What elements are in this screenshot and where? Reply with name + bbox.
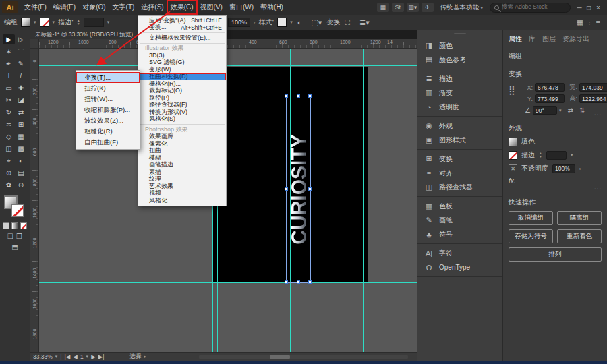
tool-icon[interactable]: ⊙ [15, 180, 27, 190]
effects-menu-item[interactable]: 文档栅格效果设置(E)... [138, 34, 226, 42]
dock-panel-字符[interactable]: A|字符 [417, 246, 502, 260]
workspace-switcher[interactable]: 传统基本功能 ▾ [438, 2, 486, 13]
status-menu-icon[interactable]: ▸ [144, 354, 146, 359]
menu-item-4[interactable]: 文字(T) [109, 1, 138, 14]
rotation-angle-field[interactable]: 90° [533, 106, 557, 115]
tool-icon[interactable]: ◇ [3, 131, 15, 142]
selection-handle[interactable] [297, 280, 300, 284]
selection-handle[interactable] [297, 94, 300, 98]
chevron-down-icon[interactable]: ▾ [107, 20, 110, 25]
tool-icon[interactable]: ≍ [3, 119, 15, 129]
app-grid-icon[interactable]: ▦ [377, 3, 389, 12]
selection-handle[interactable] [308, 187, 312, 191]
effects-menu-item[interactable]: 风格化(S) [138, 116, 226, 123]
share-icon[interactable]: ✈ [422, 3, 434, 12]
submenu-item[interactable]: 扭拧(K)... [76, 83, 140, 94]
draw-mode-icon[interactable]: ❏ [7, 233, 13, 240]
fx-button[interactable]: fx. [509, 177, 516, 185]
dock-panel-图形样式[interactable]: ▣图形样式 [417, 133, 502, 147]
document-tab[interactable]: 未标题-1* @ 33.33% (RGB/GPU 预览) × [30, 30, 145, 39]
guide-horizontal[interactable] [39, 179, 417, 179]
stroke-weight-field[interactable] [546, 151, 567, 160]
none-button[interactable] [20, 222, 27, 229]
color-button[interactable] [3, 222, 9, 229]
close-button[interactable]: × [594, 4, 603, 11]
maximize-button[interactable]: □ [584, 4, 594, 11]
y-field[interactable]: 773.499 [535, 94, 565, 103]
chevron-down-icon[interactable]: ▾ [53, 20, 55, 25]
flip-horizontal-icon[interactable]: ⇄ [567, 107, 573, 114]
menu-item-7[interactable]: 视图(V) [197, 1, 226, 14]
submenu-item[interactable]: 粗糙化(R)... [76, 126, 140, 137]
more-options-icon[interactable]: ... [594, 183, 602, 191]
dock-panel-描边[interactable]: ≣描边 [417, 71, 502, 86]
menu-item-6[interactable]: 效果(C) [167, 1, 197, 14]
stroke-swatch[interactable] [40, 18, 49, 27]
stroke-weight-stepper[interactable]: ▲▼ [539, 152, 542, 158]
submenu-item[interactable]: 波纹效果(Z)... [76, 115, 140, 126]
dock-panel-渐变[interactable]: ▥渐变 [417, 86, 502, 100]
submenu-item[interactable]: 收缩和膨胀(P)... [76, 104, 140, 115]
selection-handle[interactable] [285, 187, 288, 191]
app-logo[interactable]: Ai [2, 1, 18, 13]
document-setup-icon[interactable]: ◐ [296, 18, 304, 27]
selection-bounding-box[interactable] [286, 96, 311, 283]
tool-icon[interactable]: ▶ [3, 34, 15, 44]
opacity-value[interactable]: 100% [228, 18, 250, 27]
menu-item-8[interactable]: 窗口(W) [226, 1, 257, 14]
tab-资源导出[interactable]: 资源导出 [562, 34, 589, 44]
guide-horizontal[interactable] [39, 289, 417, 289]
dock-panel-变换[interactable]: ⊞变换 [417, 152, 502, 166]
menu-item-1[interactable]: 文件(F) [21, 1, 50, 14]
stroke-weight-stepper[interactable]: ▲▼ [77, 19, 80, 26]
重新着色-button[interactable]: 重新着色 [557, 229, 602, 243]
panel-menu-icon[interactable]: ≡ [596, 18, 600, 27]
tool-icon[interactable]: ◫ [3, 144, 15, 154]
stroke-weight-value[interactable] [84, 18, 104, 27]
隔离组-button[interactable]: 隔离组 [557, 211, 602, 225]
arrange-docs-icon[interactable]: ▦ [576, 18, 583, 27]
dock-panel-透明度[interactable]: ◔透明度 [417, 100, 502, 114]
submenu-item[interactable]: 变换(T)... [76, 72, 140, 83]
guide-horizontal[interactable] [39, 282, 417, 283]
tool-icon[interactable]: ✂ [3, 95, 15, 105]
取消编组-button[interactable]: 取消编组 [509, 211, 553, 225]
next-artboard-button[interactable]: ▶ [91, 353, 96, 360]
menu-item-5[interactable]: 选择(S) [138, 1, 167, 14]
dock-panel-颜色参考[interactable]: ▤颜色参考 [417, 53, 502, 67]
ruler-origin-corner[interactable] [30, 39, 39, 49]
zoom-level[interactable]: 33.33% [33, 353, 53, 360]
last-artboard-button[interactable]: ▶| [98, 353, 105, 360]
chevron-down-icon[interactable]: ▾ [86, 354, 89, 359]
gradient-button[interactable] [11, 222, 18, 229]
effects-menu-item[interactable]: 变换...Alt+Shift+Ctrl+E [138, 24, 226, 32]
opacity-more-icon[interactable]: › [579, 166, 581, 171]
dock-grip[interactable] [454, 33, 466, 34]
排列-button[interactable]: 排列 [509, 247, 602, 262]
stroke-color-swatch[interactable] [11, 204, 24, 217]
tool-icon[interactable]: T [3, 71, 15, 81]
width-field[interactable]: 174.039 [579, 83, 607, 92]
submenu-item[interactable]: 自由扭曲(F)... [76, 137, 140, 148]
selection-handle[interactable] [308, 280, 312, 284]
chevron-down-icon[interactable]: ▾ [559, 108, 562, 113]
draw-mode-icon[interactable]: ❐ [16, 233, 22, 240]
guide-horizontal[interactable] [39, 65, 417, 66]
tool-icon[interactable]: ⌒ [15, 47, 27, 57]
fill-swatch[interactable] [509, 138, 517, 146]
dock-panel-对齐[interactable]: ≡对齐 [417, 166, 502, 180]
tool-icon[interactable]: ✶ [3, 47, 15, 57]
tool-icon[interactable]: ◐ [15, 156, 27, 166]
dock-panel-颜色[interactable]: ◨颜色 [417, 38, 502, 53]
tab-库[interactable]: 库 [529, 34, 536, 44]
horizontal-ruler[interactable]: 120010008006002004006008001000120014 [39, 39, 417, 49]
align-icon[interactable]: ⛶ [343, 18, 351, 27]
prev-artboard-button[interactable]: ◀ [73, 353, 78, 360]
tool-icon[interactable]: ▦ [15, 131, 27, 142]
tool-icon[interactable]: ✚ [15, 83, 27, 93]
tool-icon[interactable]: ▤ [15, 168, 27, 178]
chevron-down-icon[interactable]: ▾ [34, 20, 36, 25]
menu-item-2[interactable]: 编辑(E) [50, 1, 79, 14]
minimize-button[interactable]: ─ [575, 4, 584, 11]
x-field[interactable]: 676.478 [535, 83, 565, 92]
